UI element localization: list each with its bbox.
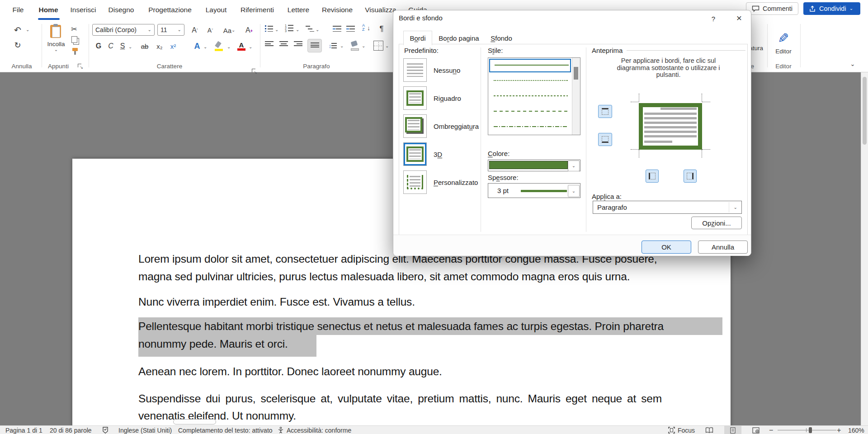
highlight-color-button[interactable] xyxy=(213,41,225,52)
help-button[interactable]: ? xyxy=(708,13,719,24)
preset-personalizzato-button[interactable] xyxy=(403,170,427,194)
pilcrow-button[interactable]: ¶ xyxy=(377,24,386,34)
web-layout-button[interactable] xyxy=(752,426,760,434)
zoom-slider-thumb[interactable] xyxy=(809,427,812,433)
borders-button[interactable] xyxy=(373,41,383,51)
cancel-button[interactable]: Annulla xyxy=(698,241,748,254)
format-painter-button[interactable] xyxy=(71,47,80,55)
close-icon[interactable]: × xyxy=(733,12,745,24)
chevron-down-icon[interactable]: ⌄ xyxy=(316,28,319,32)
shrink-font-button[interactable]: Aˇ xyxy=(204,25,217,36)
text-effects-button[interactable]: A xyxy=(192,40,203,52)
chevron-down-icon[interactable]: ⌄ xyxy=(296,28,299,32)
preset-ombreggiatura-button[interactable] xyxy=(403,114,427,138)
style-listbox[interactable] xyxy=(488,57,580,135)
chevron-down-icon[interactable]: ⌄ xyxy=(340,44,344,48)
bullets-button[interactable] xyxy=(265,25,274,32)
align-center-button[interactable] xyxy=(279,41,288,47)
zoom-out-button[interactable]: − xyxy=(769,426,773,434)
document-line[interactable]: Nunc viverra imperdiet enim. Fusce est. … xyxy=(138,293,415,310)
proofing-icon[interactable] xyxy=(102,426,108,434)
color-dropdown-arrow-button[interactable]: ⌄ xyxy=(568,160,580,171)
sort-button[interactable]: AZ ↓ xyxy=(362,24,373,34)
preset-3d-button[interactable] xyxy=(403,142,427,166)
tab-lettere[interactable]: Lettere xyxy=(284,0,312,20)
clear-formatting-button[interactable]: A♦ xyxy=(242,25,256,36)
tab-layout[interactable]: Layout xyxy=(203,0,230,20)
line-spacing-button[interactable]: ↕ xyxy=(326,40,339,51)
document-line[interactable]: Aenean nec lorem. In porttitor. Donec la… xyxy=(138,363,442,380)
font-name-combo[interactable]: Calibri (Corpo) ⌄ xyxy=(92,24,155,36)
preset-3d-label[interactable]: 3D xyxy=(434,142,488,166)
print-layout-button[interactable] xyxy=(724,426,741,434)
focus-mode-button[interactable]: Focus xyxy=(668,426,695,434)
superscript-button[interactable]: x² xyxy=(167,40,179,52)
width-dropdown[interactable]: 3 pt ⌄ xyxy=(488,183,580,198)
tab-riferimenti[interactable]: Riferimenti xyxy=(236,0,278,20)
chevron-down-icon[interactable]: ⌄ xyxy=(227,45,231,49)
preset-riquadro-button[interactable] xyxy=(403,86,427,110)
dialog-tab-sfondo[interactable]: Sfondo xyxy=(486,32,516,44)
language-indicator[interactable]: Inglese (Stati Uniti) xyxy=(118,426,172,434)
decrease-indent-button[interactable] xyxy=(333,25,341,32)
comments-button[interactable]: Commenti xyxy=(746,2,798,15)
subscript-button[interactable]: x₂ xyxy=(154,40,165,52)
preset-personalizzato-label[interactable]: Personalizzato xyxy=(434,170,488,194)
bold-button[interactable]: G xyxy=(93,40,104,52)
chevron-down-icon[interactable]: ⌄ xyxy=(128,45,132,49)
accessibility-status[interactable]: Accessibilità: conforme xyxy=(287,426,351,434)
read-mode-button[interactable] xyxy=(705,426,713,434)
strikethrough-button[interactable]: ab xyxy=(138,40,151,52)
style-list-scrollbar-thumb[interactable] xyxy=(574,67,578,80)
chevron-down-icon[interactable]: ⌄ xyxy=(26,28,29,32)
redo-button[interactable]: ↻ xyxy=(11,39,24,51)
chevron-down-icon[interactable]: ⌄ xyxy=(203,45,207,49)
document-line-selected[interactable]: nonummy pede. Mauris et orci. xyxy=(138,335,316,357)
tab-inserisci[interactable]: Inserisci xyxy=(67,0,99,20)
zoom-in-button[interactable]: + xyxy=(837,426,841,434)
share-button[interactable]: Condividi ⌄ xyxy=(803,2,860,15)
document-line[interactable]: magna sed pulvinar ultricies, purus lect… xyxy=(138,268,630,285)
numbering-button[interactable]: 123 xyxy=(285,24,295,33)
cut-button[interactable]: ✂ xyxy=(69,24,80,34)
chevron-down-icon[interactable]: ⌄ xyxy=(362,44,365,48)
italic-button[interactable]: C xyxy=(106,40,116,52)
paste-button[interactable]: Incolla ⌄ xyxy=(43,23,69,61)
style-item-dash-dot[interactable] xyxy=(494,126,568,127)
justify-button[interactable] xyxy=(307,39,322,52)
multilevel-list-button[interactable] xyxy=(306,25,314,32)
style-item-dotted[interactable] xyxy=(494,80,568,81)
page-indicator[interactable]: Pagina 1 di 1 xyxy=(5,426,42,434)
collapse-ribbon-chevron-icon[interactable]: ⌄ xyxy=(848,59,857,68)
preset-riquadro-label[interactable]: Riquadro xyxy=(434,86,488,110)
top-border-toggle-button[interactable] xyxy=(598,105,612,118)
style-item-solid-selected[interactable] xyxy=(489,59,571,72)
zoom-slider-track[interactable] xyxy=(778,430,836,430)
text-completion-indicator[interactable]: Completamento del testo: attivato xyxy=(178,426,273,434)
apply-to-dropdown[interactable]: Paragrafo ⌄ xyxy=(593,201,742,214)
document-line[interactable]: Suspendisse dui purus, scelerisque at, v… xyxy=(138,390,662,407)
grow-font-button[interactable]: Aˆ xyxy=(189,25,201,36)
underline-button[interactable]: S xyxy=(118,40,127,52)
document-line-selected[interactable]: Pellentesque habitant morbi tristique se… xyxy=(138,317,722,335)
align-left-button[interactable] xyxy=(265,41,274,47)
chevron-down-icon[interactable]: ⌄ xyxy=(275,28,278,32)
chevron-down-icon[interactable]: ⌄ xyxy=(54,47,58,52)
width-dropdown-arrow-button[interactable]: ⌄ xyxy=(568,185,580,197)
zoom-percentage[interactable]: 160% xyxy=(848,426,864,434)
style-item-dash[interactable] xyxy=(494,111,568,112)
tab-file[interactable]: File xyxy=(8,0,28,20)
preset-ombreggiatura-label[interactable]: Ombreggiatura xyxy=(434,114,488,138)
shading-button[interactable] xyxy=(350,40,361,51)
preset-nessuno-label[interactable]: Nessuno xyxy=(434,58,488,82)
vertical-scrollbar-thumb[interactable] xyxy=(863,77,867,145)
document-line[interactable]: venenatis eleifend. Ut nonummy. xyxy=(138,407,296,424)
left-border-toggle-button[interactable] xyxy=(646,170,659,183)
font-size-combo[interactable]: 11 ⌄ xyxy=(157,24,184,36)
editor-button[interactable]: ✎ Editor xyxy=(769,24,797,61)
preset-nessuno-button[interactable] xyxy=(403,58,427,82)
dialog-tab-bordo-pagina[interactable]: Bordo pagina xyxy=(434,32,484,44)
tab-home[interactable]: Home xyxy=(35,0,61,20)
tab-revisione[interactable]: Revisione xyxy=(319,0,356,20)
style-list-scrollbar[interactable] xyxy=(572,58,580,135)
